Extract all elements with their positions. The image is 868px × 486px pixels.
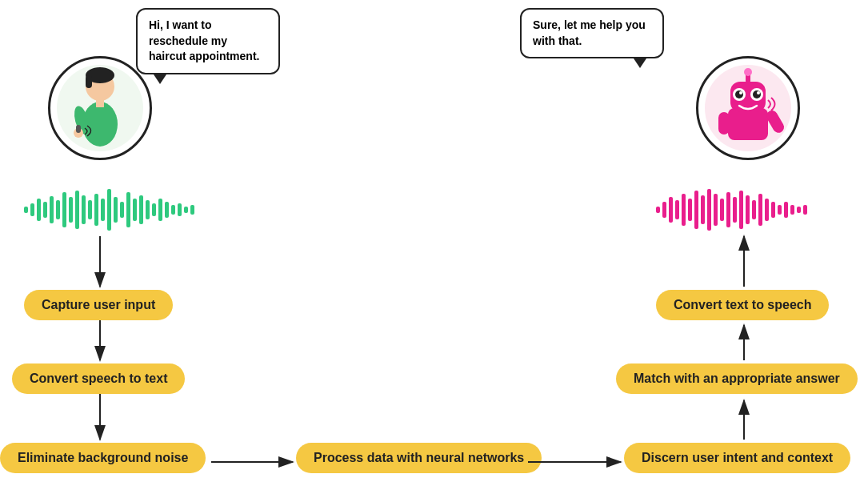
bot-avatar xyxy=(696,56,800,160)
svg-rect-21 xyxy=(718,112,730,135)
svg-rect-37 xyxy=(120,202,124,218)
svg-rect-69 xyxy=(784,202,788,218)
user-speech-bubble: Hi, I want to reschedule my haircut appo… xyxy=(136,8,280,74)
diagram-container: Hi, I want to reschedule my haircut appo… xyxy=(0,0,868,486)
svg-point-13 xyxy=(744,68,752,76)
svg-rect-55 xyxy=(694,191,698,229)
svg-rect-10 xyxy=(728,108,768,140)
bot-speech-bubble: Sure, let me help you with that. xyxy=(520,8,664,58)
svg-rect-56 xyxy=(701,195,705,224)
svg-rect-60 xyxy=(726,192,730,227)
capture-input-box: Capture user input xyxy=(24,290,173,320)
svg-rect-44 xyxy=(165,202,169,218)
svg-point-18 xyxy=(739,91,742,94)
svg-rect-47 xyxy=(184,207,188,213)
svg-rect-22 xyxy=(24,207,28,213)
bot-speech-text: Sure, let me help you with that. xyxy=(533,18,646,47)
speech-to-text-box: Convert speech to text xyxy=(12,363,185,394)
user-avatar xyxy=(48,56,152,160)
svg-rect-36 xyxy=(114,197,118,223)
svg-rect-62 xyxy=(739,191,743,229)
svg-rect-57 xyxy=(707,189,711,231)
svg-rect-23 xyxy=(30,203,34,216)
user-speech-text: Hi, I want to reschedule my haircut appo… xyxy=(149,18,259,62)
svg-rect-8 xyxy=(76,125,81,133)
svg-rect-45 xyxy=(171,205,175,215)
svg-rect-70 xyxy=(790,205,794,215)
svg-rect-5 xyxy=(96,99,104,107)
svg-rect-40 xyxy=(139,195,143,224)
svg-rect-52 xyxy=(675,200,679,219)
svg-rect-38 xyxy=(126,192,130,227)
pink-wave xyxy=(656,184,816,235)
svg-rect-61 xyxy=(733,197,737,223)
svg-rect-49 xyxy=(656,207,660,213)
svg-rect-30 xyxy=(75,191,79,229)
svg-rect-65 xyxy=(758,194,762,226)
discern-intent-box: Discern user intent and context xyxy=(624,443,850,473)
svg-rect-39 xyxy=(133,199,137,221)
svg-rect-67 xyxy=(771,202,775,218)
text-to-speech-box: Convert text to speech xyxy=(656,290,829,320)
svg-rect-33 xyxy=(94,194,98,226)
green-wave xyxy=(24,184,200,235)
svg-rect-35 xyxy=(107,189,111,231)
svg-rect-28 xyxy=(62,192,66,227)
svg-point-17 xyxy=(753,90,761,98)
svg-rect-27 xyxy=(56,200,60,219)
process-neural-box: Process data with neural networks xyxy=(296,443,542,473)
svg-rect-31 xyxy=(82,195,86,224)
svg-rect-71 xyxy=(797,207,801,213)
svg-rect-64 xyxy=(752,200,756,219)
svg-rect-51 xyxy=(669,197,673,223)
svg-rect-34 xyxy=(101,199,105,221)
svg-rect-59 xyxy=(720,199,724,221)
svg-rect-32 xyxy=(88,200,92,219)
svg-rect-72 xyxy=(803,205,807,215)
svg-rect-58 xyxy=(714,194,718,226)
svg-rect-53 xyxy=(682,194,686,226)
svg-point-19 xyxy=(757,91,760,94)
match-answer-box: Match with an appropriate answer xyxy=(616,363,858,394)
eliminate-noise-box: Eliminate background noise xyxy=(0,443,206,473)
svg-point-16 xyxy=(735,90,743,98)
svg-rect-26 xyxy=(50,196,54,223)
svg-rect-48 xyxy=(190,205,194,215)
svg-rect-46 xyxy=(178,203,182,216)
svg-rect-42 xyxy=(152,203,156,216)
svg-rect-68 xyxy=(778,205,782,215)
svg-rect-63 xyxy=(746,195,750,224)
svg-rect-43 xyxy=(158,199,162,221)
svg-rect-24 xyxy=(37,199,41,221)
svg-rect-54 xyxy=(688,199,692,221)
svg-rect-66 xyxy=(765,199,769,221)
svg-rect-3 xyxy=(86,75,92,88)
svg-rect-41 xyxy=(146,200,150,219)
svg-rect-29 xyxy=(69,197,73,223)
svg-rect-50 xyxy=(662,202,666,218)
svg-rect-25 xyxy=(43,202,47,218)
